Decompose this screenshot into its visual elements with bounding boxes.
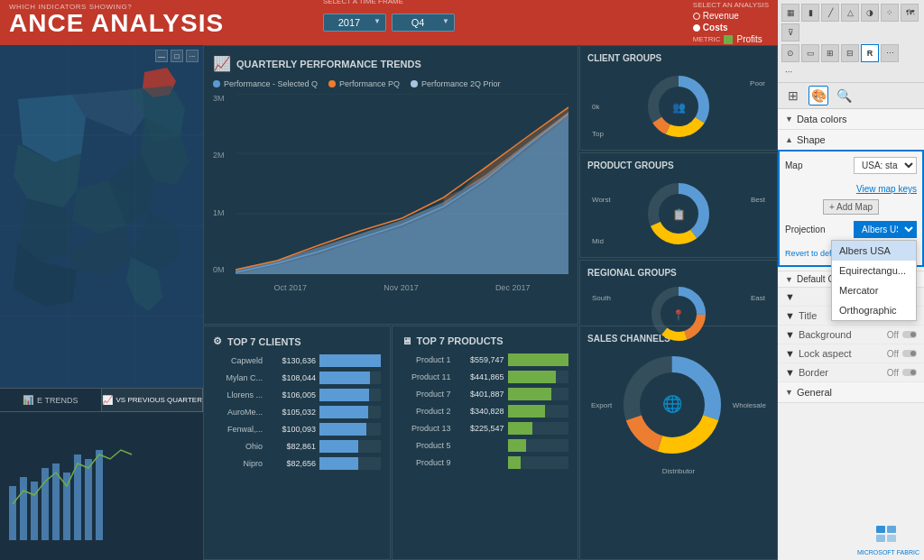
donut-label-top: Top: [592, 130, 604, 138]
bottom-row: ⚙ TOP 7 CLIENTS Capweld $130,636: [203, 326, 778, 560]
svg-rect-40: [887, 526, 896, 533]
revenue-option[interactable]: Revenue: [693, 11, 769, 21]
clients-bar-table: Capweld $130,636 Mylan C... $108,044: [213, 354, 381, 470]
viz-icon-map[interactable]: 🗺: [901, 4, 919, 22]
maximize-btn[interactable]: □: [171, 50, 183, 62]
quarterly-panel: 📈 QUARTERLY PERFORMANCE TRENDS Performan…: [203, 45, 578, 325]
close-btn[interactable]: ···: [186, 50, 199, 62]
viz-icon-stacked-bar[interactable]: ▦: [781, 4, 799, 22]
viz-icon-scatter[interactable]: ⁘: [881, 4, 899, 22]
add-map-button[interactable]: + Add Map: [823, 199, 879, 215]
prod-name-4: Product 2: [402, 407, 451, 416]
dropdown-item-ortho[interactable]: Orthographic: [832, 300, 916, 320]
prod-name-7: Product 9: [402, 458, 451, 467]
costs-radio[interactable]: [693, 24, 700, 32]
revenue-radio[interactable]: [693, 13, 700, 20]
bar-track-1: [319, 354, 381, 367]
product-groups-donut: Worst 📋 Best Mid: [587, 178, 770, 250]
data-colors-header[interactable]: ▼ Data colors: [778, 109, 924, 129]
bar-track-2: [319, 372, 381, 384]
viz-icon-table[interactable]: ⊞: [821, 44, 839, 62]
viz-toolbar: ▦ ▮ ╱ △ ◑ ⁘ 🗺 ⊽ ⊙ ▭ ⊞ ⊟ R ⋯ ···: [778, 0, 924, 83]
background-toggle-left: ▼ Background: [785, 329, 852, 340]
client-val-1: $130,636: [266, 356, 316, 365]
prod-name-3: Product 7: [402, 390, 451, 399]
bar-track-5: [319, 423, 381, 436]
viz-icon-more-1[interactable]: ⋯: [881, 44, 899, 62]
bar-fill-1: [319, 354, 381, 367]
lock-aspect-toggle-row: ▼ Lock aspect Off: [778, 344, 924, 363]
svg-rect-7: [9, 486, 16, 540]
table-row: Product 2 $340,828: [402, 405, 569, 418]
format-icon[interactable]: 🎨: [808, 86, 828, 106]
viz-icon-matrix[interactable]: ⊟: [841, 44, 859, 62]
view-map-keys-link[interactable]: View map keys: [856, 184, 917, 194]
client-val-4: $105,032: [266, 408, 316, 417]
tab-e-trends[interactable]: 📊 E TRENDS: [0, 389, 102, 412]
background-toggle-switch[interactable]: Off: [887, 330, 917, 340]
product-groups-panel: PRODUCT GROUPS Worst 📋: [579, 152, 778, 258]
minimize-btn[interactable]: —: [155, 50, 168, 62]
prod-val-3: $401,887: [455, 390, 504, 399]
fields-icon[interactable]: ⊞: [783, 86, 803, 106]
viz-icon-card[interactable]: ▭: [801, 44, 819, 62]
top-row: 📈 QUARTERLY PERFORMANCE TRENDS Performan…: [203, 45, 778, 325]
table-row: Nipro $82,656: [213, 457, 381, 470]
tab-vs-previous[interactable]: 📈 VS PREVIOUS QUARTER: [102, 389, 204, 412]
legend-dot-3: [411, 80, 418, 87]
analytics-icon[interactable]: 🔍: [834, 86, 854, 106]
more-visuals-btn[interactable]: ···: [781, 65, 920, 78]
general-header[interactable]: ▼ General: [778, 382, 924, 402]
quarterly-title: 📈 QUARTERLY PERFORMANCE TRENDS: [213, 55, 568, 72]
dropdown-item-albers[interactable]: Albers USA: [832, 241, 916, 261]
viz-icon-pie[interactable]: ◑: [861, 4, 879, 22]
table-row: Product 1 $559,747: [402, 353, 569, 366]
trend-chart: [0, 412, 203, 560]
title-chevron: ▼: [785, 310, 795, 321]
default-colors-chevron: ▼: [785, 275, 793, 284]
lock-toggle-circle[interactable]: [902, 350, 917, 357]
prod-bar-track-1: [508, 353, 569, 366]
table-row: Product 11 $441,865: [402, 371, 569, 383]
bar-fill-6: [319, 440, 358, 453]
viz-icon-line[interactable]: ╱: [821, 4, 839, 22]
viz-icon-gauge[interactable]: ⊙: [781, 44, 799, 62]
metric-label: METRIC: [693, 35, 721, 43]
prod-name-1: Product 1: [402, 355, 451, 364]
bar-fill-4: [319, 406, 368, 418]
svg-rect-42: [887, 535, 896, 542]
chart-legend: Performance - Selected Q Performance PQ …: [213, 79, 568, 88]
shape-header[interactable]: ▲ Shape: [778, 130, 924, 150]
viz-icon-area[interactable]: △: [841, 4, 859, 22]
client-groups-donut: 0k 👥 Poor Top: [587, 70, 770, 142]
dropdown-item-equirect[interactable]: Equirectangu...: [832, 261, 916, 280]
dropdown-item-mercator[interactable]: Mercator: [832, 280, 916, 300]
prod-bar-fill-6: [508, 439, 526, 452]
viz-icon-r[interactable]: R: [861, 44, 879, 62]
fabric-logo: MICROSOFT FABRIC: [857, 524, 919, 555]
products-icon: 🖥: [402, 335, 411, 346]
shape-chevron: ▲: [785, 135, 793, 144]
client-val-2: $108,044: [266, 373, 316, 382]
border-toggle-label: Border: [799, 367, 828, 378]
year-dropdown[interactable]: 2017: [323, 14, 386, 32]
border-toggle-circle[interactable]: [902, 369, 917, 376]
client-name-7: Nipro: [213, 459, 263, 468]
lock-aspect-switch[interactable]: Off: [887, 349, 917, 359]
background-toggle-circle[interactable]: [902, 331, 917, 338]
map-select[interactable]: USA: states: [854, 157, 917, 174]
prod-bar-track-4: [508, 405, 569, 418]
table-row: Capweld $130,636: [213, 354, 381, 367]
bar-fill-5: [319, 423, 366, 436]
border-toggle-switch[interactable]: Off: [887, 368, 917, 378]
viz-icon-bar[interactable]: ▮: [801, 4, 819, 22]
quarter-dropdown[interactable]: Q4: [392, 14, 455, 32]
bar-track-4: [319, 406, 381, 418]
metric-row: METRIC Profits: [693, 34, 769, 44]
lock-aspect-left: ▼ Lock aspect: [785, 348, 852, 359]
table-row: Llorens ... $106,005: [213, 389, 381, 401]
viz-icon-funnel[interactable]: ⊽: [781, 23, 799, 41]
projection-select[interactable]: Albers USA: [854, 221, 917, 238]
general-chevron: ▼: [785, 388, 793, 397]
costs-option[interactable]: Costs: [693, 23, 769, 32]
